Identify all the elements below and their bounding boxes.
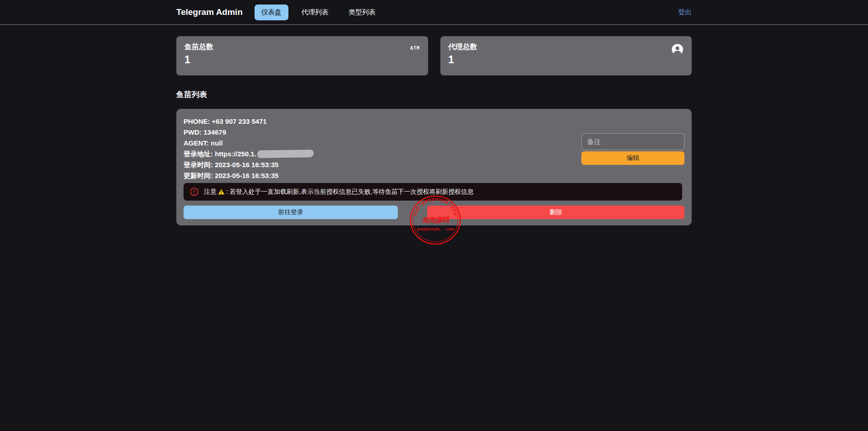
stat-card-fish-total: 鱼苗总数 1 ATM [176, 36, 428, 75]
stat-title: 代理总数 [448, 42, 684, 52]
exclamation-circle-icon [190, 187, 198, 196]
note-edit-column: 编辑 [581, 133, 684, 165]
tab-dashboard[interactable]: 仪表盘 [255, 5, 288, 20]
section-title-fish-list: 鱼苗列表 [176, 89, 692, 100]
stat-value: 1 [184, 54, 420, 66]
tab-agent-list[interactable]: 代理列表 [295, 5, 335, 20]
stat-title: 鱼苗总数 [184, 42, 420, 52]
app-brand: Telegram Admin [176, 7, 243, 17]
edit-button[interactable]: 编辑 [581, 151, 684, 165]
logout-link[interactable]: 登出 [678, 8, 692, 17]
stat-value: 1 [448, 54, 684, 66]
notice-bar: 注意: 若登入处于一直加载刷新,表示当前授权信息已失败,等待鱼苗下一次授权将刷新… [184, 183, 682, 201]
person-circle-icon [671, 43, 684, 57]
tab-type-list[interactable]: 类型列表 [342, 5, 382, 20]
action-buttons-row: 前往登录 删除 [184, 206, 684, 219]
nav-tabs: 仪表盘 代理列表 类型列表 [255, 5, 678, 20]
delete-button[interactable]: 删除 [427, 206, 684, 219]
fish-record-card: PHONE: +63 907 233 5471 PWD: 134679 AGEN… [176, 109, 692, 225]
warning-triangle-icon [218, 189, 225, 196]
atm-icon: ATM [410, 43, 420, 52]
stats-row: 鱼苗总数 1 ATM 代理总数 1 [176, 36, 692, 75]
watermark-stamp: www.paopaoym.com 泡泡源码 paopaoym. com [409, 194, 462, 246]
stamp-bottom-text: paopaoym. com [417, 226, 454, 231]
stat-card-agent-total: 代理总数 1 [440, 36, 692, 75]
record-update-time: 更新时间: 2023-05-16 16:53:35 [184, 170, 684, 181]
notice-text: 注意: 若登入处于一直加载刷新,表示当前授权信息已失败,等待鱼苗下一次授权将刷新… [204, 188, 474, 196]
note-input[interactable] [581, 133, 684, 150]
record-phone: PHONE: +63 907 233 5471 [184, 116, 684, 127]
go-login-button[interactable]: 前往登录 [184, 206, 398, 219]
navbar: Telegram Admin 仪表盘 代理列表 类型列表 登出 [0, 0, 868, 25]
redacted-url-blob [257, 150, 314, 158]
